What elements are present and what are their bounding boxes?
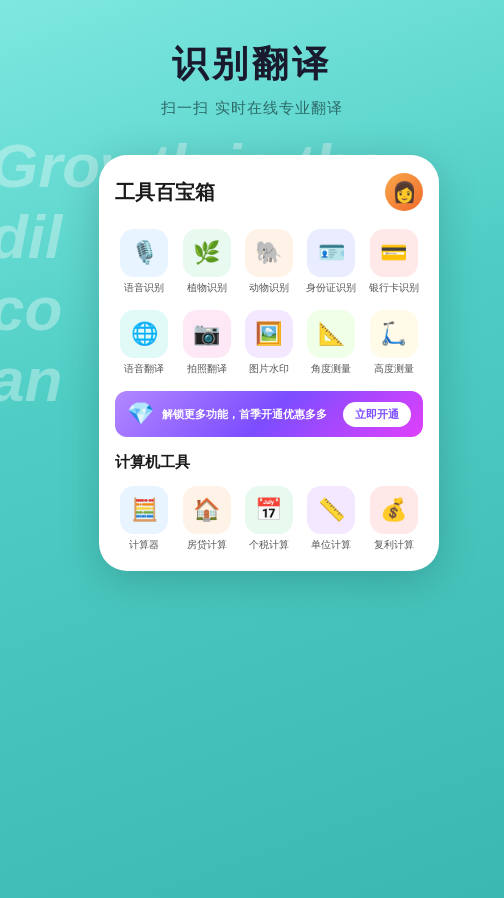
tool-icon-angle-measure: 📐 <box>307 310 355 358</box>
card-title: 工具百宝箱 <box>115 179 215 206</box>
tool-icon-voice-recog: 🎙️ <box>120 229 168 277</box>
tool-label-angle-measure: 角度测量 <box>311 363 351 375</box>
tool-label-photo-translate: 拍照翻译 <box>187 363 227 375</box>
calc-item-tax-calc[interactable]: 📅 个税计算 <box>240 486 298 551</box>
tool-icon-bank-recog: 💳 <box>370 229 418 277</box>
activate-button[interactable]: 立即开通 <box>343 402 411 427</box>
calc-label-unit-calc: 单位计算 <box>311 539 351 551</box>
tool-label-id-recog: 身份证识别 <box>306 282 356 294</box>
tool-icon-animal-recog: 🐘 <box>245 229 293 277</box>
tool-label-animal-recog: 动物识别 <box>249 282 289 294</box>
tool-icon-photo-translate: 📷 <box>183 310 231 358</box>
tool-icon-img-watermark: 🖼️ <box>245 310 293 358</box>
tool-icon-height-measure: 🛴 <box>370 310 418 358</box>
tool-item-id-recog[interactable]: 🪪 身份证识别 <box>302 229 360 294</box>
calc-icon-unit-calc: 📏 <box>307 486 355 534</box>
tool-icon-plant-recog: 🌿 <box>183 229 231 277</box>
calc-icon-tax-calc: 📅 <box>245 486 293 534</box>
main-title: 识别翻译 <box>0 40 504 89</box>
tool-label-voice-recog: 语音识别 <box>124 282 164 294</box>
tool-item-bank-recog[interactable]: 💳 银行卡识别 <box>365 229 423 294</box>
calc-item-mortgage-calc[interactable]: 🏠 房贷计算 <box>177 486 235 551</box>
calc-icon-mortgage-calc: 🏠 <box>183 486 231 534</box>
calc-label-tax-calc: 个税计算 <box>249 539 289 551</box>
calc-grid: 🧮 计算器 🏠 房贷计算 📅 个税计算 📏 单位计算 💰 复利计算 <box>115 486 423 551</box>
gem-icon: 💎 <box>127 401 154 427</box>
tool-label-bank-recog: 银行卡识别 <box>369 282 419 294</box>
tool-item-plant-recog[interactable]: 🌿 植物识别 <box>177 229 235 294</box>
calc-item-compound-calc[interactable]: 💰 复利计算 <box>365 486 423 551</box>
card-header: 工具百宝箱 👩 <box>115 173 423 211</box>
avatar[interactable]: 👩 <box>385 173 423 211</box>
calc-label-calculator: 计算器 <box>129 539 159 551</box>
sub-title: 扫一扫 实时在线专业翻译 <box>0 99 504 118</box>
tool-item-angle-measure[interactable]: 📐 角度测量 <box>302 310 360 375</box>
tool-label-img-watermark: 图片水印 <box>249 363 289 375</box>
calc-label-mortgage-calc: 房贷计算 <box>187 539 227 551</box>
tools-grid-row2: 🌐 语音翻译 📷 拍照翻译 🖼️ 图片水印 📐 角度测量 🛴 高度测量 <box>115 310 423 375</box>
tool-item-photo-translate[interactable]: 📷 拍照翻译 <box>177 310 235 375</box>
calc-section-title: 计算机工具 <box>115 453 423 472</box>
promo-banner[interactable]: 💎 解锁更多功能，首季开通优惠多多 立即开通 <box>115 391 423 437</box>
banner-left: 💎 解锁更多功能，首季开通优惠多多 <box>127 401 327 427</box>
phone-card: 工具百宝箱 👩 🎙️ 语音识别 🌿 植物识别 🐘 动物识别 🪪 身份证识别 💳 … <box>99 155 439 571</box>
tool-item-animal-recog[interactable]: 🐘 动物识别 <box>240 229 298 294</box>
tool-item-voice-translate[interactable]: 🌐 语音翻译 <box>115 310 173 375</box>
tool-label-height-measure: 高度测量 <box>374 363 414 375</box>
tool-icon-id-recog: 🪪 <box>307 229 355 277</box>
top-section: 识别翻译 扫一扫 实时在线专业翻译 <box>0 0 504 138</box>
tool-icon-voice-translate: 🌐 <box>120 310 168 358</box>
tool-label-plant-recog: 植物识别 <box>187 282 227 294</box>
calc-item-unit-calc[interactable]: 📏 单位计算 <box>302 486 360 551</box>
tool-item-height-measure[interactable]: 🛴 高度测量 <box>365 310 423 375</box>
tools-grid-row1: 🎙️ 语音识别 🌿 植物识别 🐘 动物识别 🪪 身份证识别 💳 银行卡识别 <box>115 229 423 294</box>
banner-text: 解锁更多功能，首季开通优惠多多 <box>162 407 327 422</box>
tool-item-img-watermark[interactable]: 🖼️ 图片水印 <box>240 310 298 375</box>
calc-label-compound-calc: 复利计算 <box>374 539 414 551</box>
calc-icon-compound-calc: 💰 <box>370 486 418 534</box>
tool-item-voice-recog[interactable]: 🎙️ 语音识别 <box>115 229 173 294</box>
calc-icon-calculator: 🧮 <box>120 486 168 534</box>
tool-label-voice-translate: 语音翻译 <box>124 363 164 375</box>
calc-item-calculator[interactable]: 🧮 计算器 <box>115 486 173 551</box>
